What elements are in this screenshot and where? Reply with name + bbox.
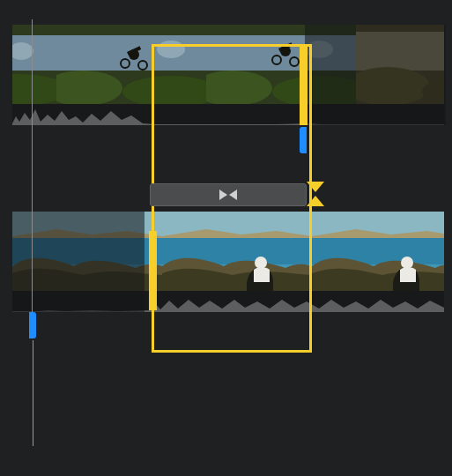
svg-point-38 xyxy=(255,257,267,269)
upper-clip-out-handle[interactable] xyxy=(300,46,308,125)
playhead[interactable] xyxy=(32,19,33,337)
transition-button[interactable] xyxy=(150,183,307,206)
thumbnail-frame xyxy=(56,25,206,104)
cross-dissolve-icon xyxy=(219,189,238,201)
thumbnail-frame xyxy=(312,212,444,291)
svg-point-11 xyxy=(157,41,185,58)
svg-point-4 xyxy=(12,74,56,104)
upper-track xyxy=(12,25,444,125)
svg-rect-36 xyxy=(162,212,312,236)
precision-editor-timeline xyxy=(12,25,444,125)
upper-dimmed-region xyxy=(305,25,446,125)
upper-clip-thumbnails xyxy=(12,25,321,104)
hourglass-icon xyxy=(307,182,324,206)
thumbnail-frame xyxy=(162,212,312,291)
edit-point-marker[interactable] xyxy=(307,182,324,206)
upper-audio-edit-handle[interactable] xyxy=(300,127,307,153)
lower-clip-in-handle[interactable] xyxy=(149,231,157,310)
lower-audio-edit-handle[interactable] xyxy=(29,312,36,338)
svg-point-42 xyxy=(401,257,413,269)
callout-line xyxy=(33,340,33,446)
thumbnail-frame xyxy=(12,25,56,104)
